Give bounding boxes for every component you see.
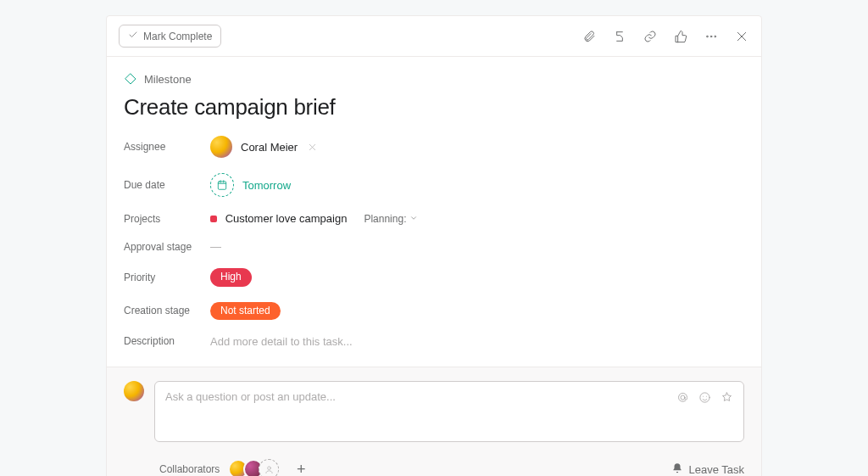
collaborator-avatars <box>228 459 279 476</box>
due-date-row: Due date Tomorrow <box>124 173 744 197</box>
description-row: Description Add more detail to this task… <box>124 335 744 348</box>
star-icon[interactable] <box>720 390 733 404</box>
section-label: Planning: <box>364 213 406 225</box>
add-collaborator-button[interactable]: + <box>291 459 311 476</box>
mark-complete-button[interactable]: Mark Complete <box>119 25 221 48</box>
close-icon[interactable] <box>734 29 749 44</box>
approval-stage-value[interactable]: — <box>210 240 221 253</box>
approval-stage-row: Approval stage — <box>124 240 744 253</box>
approval-stage-field-label: Approval stage <box>124 241 210 253</box>
collaborators-section: Collaborators + <box>124 459 311 476</box>
leave-task-button[interactable]: Leave Task <box>671 462 744 476</box>
collaborators-label: Collaborators <box>159 463 220 475</box>
priority-value[interactable]: High <box>210 268 252 287</box>
avatar <box>124 381 144 401</box>
bell-icon <box>671 462 683 476</box>
creation-stage-row: Creation stage Not started <box>124 302 744 321</box>
description-field-label: Description <box>124 335 210 347</box>
due-date-value[interactable]: Tomorrow <box>210 173 291 197</box>
subtask-icon[interactable] <box>612 29 627 44</box>
clear-assignee-icon[interactable] <box>306 141 318 153</box>
comment-toolbar <box>676 390 733 404</box>
svg-point-1 <box>710 36 712 37</box>
project-color-dot <box>210 216 217 222</box>
due-date-text: Tomorrow <box>242 179 291 192</box>
at-mention-icon[interactable] <box>676 390 689 404</box>
creation-stage-field-label: Creation stage <box>124 305 210 316</box>
comment-row: Ask a question or post an update... <box>124 381 744 442</box>
project-name: Customer love campaign <box>225 212 348 225</box>
assignee-value[interactable]: Coral Meier <box>210 136 318 158</box>
projects-field-label: Projects <box>124 213 210 225</box>
comment-placeholder: Ask a question or post an update... <box>165 390 336 403</box>
creation-stage-pill: Not started <box>210 302 281 321</box>
task-body: Milestone Create campaign brief Assignee… <box>107 57 761 367</box>
more-icon[interactable] <box>704 29 719 44</box>
due-date-field-label: Due date <box>124 179 210 191</box>
assignee-name: Coral Meier <box>241 141 298 154</box>
link-icon[interactable] <box>643 29 658 44</box>
check-icon <box>128 30 138 42</box>
priority-pill: High <box>210 268 252 287</box>
task-title[interactable]: Create campaign brief <box>124 94 744 120</box>
chevron-down-icon <box>409 213 418 225</box>
section-select[interactable]: Planning: <box>364 213 418 225</box>
like-icon[interactable] <box>673 29 688 44</box>
milestone-label: Milestone <box>144 73 192 86</box>
svg-point-5 <box>699 393 709 402</box>
milestone-icon <box>124 72 137 86</box>
project-chip[interactable]: Customer love campaign <box>210 212 347 225</box>
comment-section: Ask a question or post an update... Coll… <box>107 367 761 476</box>
milestone-indicator[interactable]: Milestone <box>124 72 744 86</box>
task-header: Mark Complete <box>107 16 761 57</box>
comment-input[interactable]: Ask a question or post an update... <box>154 381 744 442</box>
svg-point-0 <box>707 36 709 37</box>
projects-value: Customer love campaign Planning: <box>210 212 418 225</box>
description-input[interactable]: Add more detail to this task... <box>210 335 353 348</box>
svg-rect-3 <box>218 182 225 189</box>
assignee-field-label: Assignee <box>124 141 210 153</box>
mark-complete-label: Mark Complete <box>143 31 212 42</box>
svg-point-4 <box>681 395 685 400</box>
header-actions <box>581 29 749 44</box>
task-detail-pane: Mark Complete <box>106 15 762 476</box>
footer-row: Collaborators + Leave Task <box>124 459 744 476</box>
assignee-row: Assignee Coral Meier <box>124 136 744 158</box>
calendar-icon <box>210 173 234 197</box>
creation-stage-value[interactable]: Not started <box>210 302 281 321</box>
avatar <box>210 136 232 158</box>
priority-row: Priority High <box>124 268 744 287</box>
emoji-icon[interactable] <box>698 390 711 404</box>
leave-task-label: Leave Task <box>688 463 744 476</box>
projects-row: Projects Customer love campaign Planning… <box>124 212 744 225</box>
attachment-icon[interactable] <box>581 29 597 44</box>
svg-point-6 <box>268 467 271 470</box>
svg-point-2 <box>715 36 716 37</box>
add-collaborator-placeholder[interactable] <box>259 459 279 476</box>
priority-field-label: Priority <box>124 272 210 283</box>
